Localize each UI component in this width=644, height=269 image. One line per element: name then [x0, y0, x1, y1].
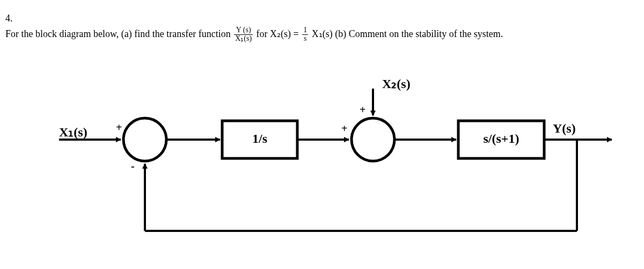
x1-in-eq: X₁(s) [312, 28, 333, 39]
disturbance-label: X₂(s) [382, 76, 411, 91]
q-for: for [257, 28, 270, 39]
block1-label: 1/s [222, 132, 297, 146]
rhs-den: s [302, 35, 308, 43]
diagram-svg [0, 70, 644, 263]
block-diagram: X₁(s) + - 1/s + + X₂(s) s/(s+1) Y(s) [0, 70, 644, 263]
output-label: Y(s) [553, 121, 576, 136]
sum2-plus-left: + [341, 122, 347, 135]
sum1-minus-sign: - [131, 160, 135, 172]
question-text: 4. For the block diagram below, (a) find… [5, 11, 639, 43]
sum1-plus-sign: + [116, 121, 122, 134]
question-body: For the block diagram below, (a) find th… [5, 26, 623, 43]
svg-point-5 [352, 118, 394, 161]
q-part-a-pre: For the block diagram below, (a) find th… [5, 28, 233, 39]
q-part-b: (b) Comment on the stability of the syst… [335, 28, 503, 39]
input-label: X₁(s) [59, 125, 87, 140]
block2-label: s/(s+1) [458, 132, 544, 146]
rhs-num: 1 [302, 26, 308, 35]
x2-lhs: X₂(s) [270, 28, 291, 39]
svg-point-1 [123, 118, 166, 161]
rhs-fraction: 1 s [302, 26, 308, 42]
q-eq: = [294, 28, 302, 39]
list-number: 4. [5, 11, 20, 26]
tf-denominator: X₁(s) [234, 35, 253, 43]
tf-fraction: Y (s) X₁(s) [234, 26, 253, 42]
tf-numerator: Y (s) [234, 26, 253, 35]
sum2-plus-top: + [360, 104, 365, 116]
